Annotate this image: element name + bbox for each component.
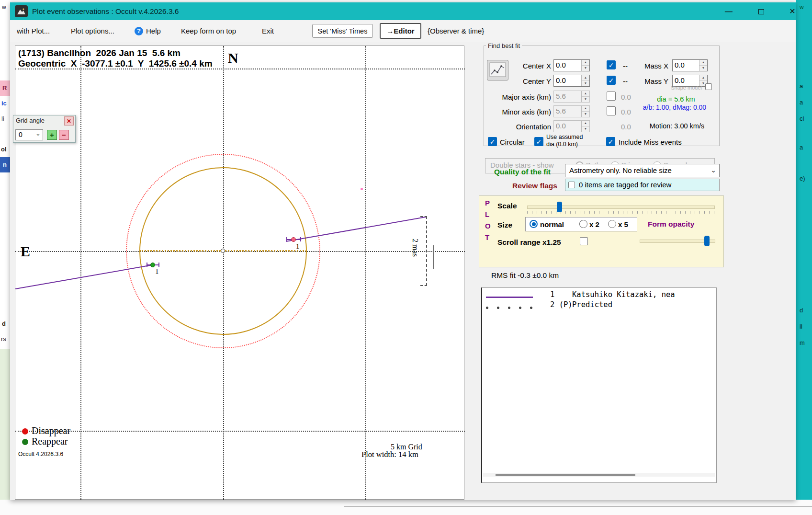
review-flags-checkbox[interactable] (568, 182, 575, 188)
menu-exit[interactable]: Exit (262, 20, 274, 42)
menubar: with Plot... Plot options... ? Help Keep… (10, 20, 796, 42)
spin-up-icon[interactable]: ▲ (582, 60, 589, 66)
bg-fragment: d (800, 307, 803, 314)
include-miss-checkbox[interactable]: ✓ (606, 137, 615, 146)
assumed-dia-label: Use assumed dia (0.0 km) (546, 134, 592, 148)
assumed-dia-checkbox[interactable]: ✓ (534, 137, 543, 146)
bg-fragment: li (1, 115, 4, 122)
disappear-errorbar-tick (286, 237, 287, 241)
orientation-sigma: 0.0 (621, 123, 631, 131)
size-radio-group: normal x 2 x 5 (525, 217, 637, 231)
center-x-value[interactable]: 0.0 (554, 60, 581, 71)
spin-down-icon[interactable]: ▼ (699, 66, 707, 71)
center-y-value[interactable]: 0.0 (554, 75, 581, 86)
menu-plot-options[interactable]: Plot options... (71, 20, 114, 42)
size-x2-radio[interactable] (579, 220, 587, 228)
observation-row[interactable]: 2 (P) Predicted (482, 298, 716, 309)
chord-1-label: 1 (155, 268, 159, 276)
titlebar[interactable]: Plot event observations : Occult v.4.202… (10, 2, 796, 20)
motion-text: Motion: 3.00 km/s (638, 122, 716, 130)
plot-controls-panel: P L O T Scale Size normal x 2 x 5 Form o… (479, 195, 724, 267)
list-hscrollbar-thumb[interactable] (496, 474, 635, 476)
shape-model-checkbox[interactable] (705, 83, 712, 90)
center-x-spinner[interactable]: 0.0 ▲▼ (553, 59, 590, 71)
opacity-slider-thumb[interactable] (704, 236, 710, 246)
spin-down-icon[interactable]: ▼ (582, 66, 589, 71)
chevron-down-icon: ⌄ (710, 166, 716, 174)
menu-help[interactable]: Help (146, 20, 161, 42)
observation-1-name: Katsuhiko Kitazaki, nea (572, 290, 675, 299)
plot-letter-t: T (485, 233, 489, 241)
grid-angle-plus-button[interactable]: + (47, 130, 57, 140)
review-flags-text: 0 items are tagged for review (579, 181, 671, 189)
bg-fragment: e) (800, 175, 805, 182)
major-axis-spinner: 5.6 ▲▼ (553, 91, 590, 103)
minimize-button[interactable]: — (718, 2, 739, 20)
orientation-spinner: 0.0 ▲▼ (553, 120, 590, 132)
bg-fragment: w (2, 4, 6, 11)
mass-y-label: Mass Y (636, 77, 668, 85)
set-miss-times-button[interactable]: Set 'Miss' Times (312, 24, 373, 38)
major-axis-sigma: 0.0 (621, 93, 631, 101)
quality-select[interactable]: Astrometry only. No reliable size ⌄ (565, 164, 720, 177)
observation-1-number: 1 (550, 290, 554, 299)
size-label: Size (497, 221, 512, 229)
center-x-fit-checkbox[interactable]: ✓ (607, 60, 616, 69)
grid-angle-title: Grid angle (16, 117, 45, 124)
spin-up-icon: ▲ (582, 91, 589, 97)
menu-with-plot[interactable]: with Plot... (17, 20, 50, 42)
spin-up-icon[interactable]: ▲ (699, 60, 707, 66)
mass-x-spinner[interactable]: 0.0 ▲▼ (672, 59, 708, 71)
major-axis-fit-checkbox[interactable] (607, 92, 616, 101)
bg-line (344, 501, 344, 515)
menu-keep-on-top[interactable]: Keep form on top (181, 20, 236, 42)
review-flags-box: 0 items are tagged for review (565, 179, 720, 191)
mass-x-value[interactable]: 0.0 (673, 60, 699, 71)
circular-checkbox[interactable]: ✓ (488, 137, 497, 146)
spin-up-icon: ▲ (582, 121, 589, 126)
editor-button[interactable]: →Editor (380, 23, 421, 39)
orientation-value: 0.0 (554, 121, 581, 132)
grid-angle-minus-button[interactable]: − (59, 130, 69, 140)
disappear-legend-label: Disappear (32, 425, 70, 436)
close-button[interactable]: ✕ (782, 2, 803, 20)
scale-slider-track[interactable] (527, 206, 715, 209)
center-y-fit-checkbox[interactable]: ✓ (607, 76, 616, 85)
chevron-down-icon: ⌄ (35, 130, 41, 137)
center-y-spinner[interactable]: 0.0 ▲▼ (553, 75, 590, 87)
plot-header-line1: (1713) Bancilhon 2026 Jan 15 5.6 km (18, 48, 180, 58)
spin-up-icon[interactable]: ▲ (699, 75, 707, 81)
scale-slider-ticks (527, 211, 715, 214)
reappear-marker[interactable] (150, 263, 155, 267)
size-normal-label: normal (540, 220, 564, 229)
bg-fragment: rs (1, 335, 6, 343)
scale-slider-thumb[interactable] (557, 202, 562, 212)
spin-down-icon: ▼ (582, 126, 589, 132)
bg-fragment: a (800, 82, 803, 90)
chord-2-label: 1 (296, 242, 300, 251)
maximize-button[interactable] (751, 2, 772, 20)
observer-time-label[interactable]: {Observer & time} (428, 20, 484, 42)
reappear-legend-dot (22, 439, 28, 445)
observations-listbox[interactable]: 1 Katsuhiko Kitazaki, nea 2 (P) Predicte… (481, 287, 717, 483)
size-x5-label: x 5 (618, 220, 628, 229)
scroll-range-checkbox[interactable] (580, 237, 588, 245)
disappear-legend-dot (22, 428, 28, 435)
spin-up-icon[interactable]: ▲ (582, 75, 589, 81)
plot-area[interactable]: 1 1 (1713) Bancilhon 2026 Jan 15 5.6 km … (15, 46, 464, 500)
grid-angle-combo[interactable]: 0 ⌄ (15, 129, 43, 140)
axis-ratio-text: a/b: 1.00, dMag: 0.00 (633, 103, 716, 111)
app-window: Plot event observations : Occult v.4.202… (10, 2, 796, 500)
background-right-strip: w a a cl a e) d il m (796, 0, 812, 500)
mas-scale-label: 2 mas (411, 239, 419, 257)
center-y-label: Center Y (503, 77, 551, 85)
observation-row[interactable]: 1 Katsuhiko Kitazaki, nea (482, 288, 716, 298)
size-x5-radio[interactable] (608, 220, 616, 228)
spin-down-icon[interactable]: ▼ (582, 81, 589, 86)
panel-splitter[interactable] (433, 245, 434, 269)
grid-angle-close-button[interactable]: ✕ (64, 116, 74, 126)
minor-axis-fit-checkbox[interactable] (607, 106, 616, 115)
bg-fragment: il (800, 323, 802, 330)
disappear-marker[interactable] (291, 237, 296, 242)
size-normal-radio[interactable] (530, 220, 538, 228)
